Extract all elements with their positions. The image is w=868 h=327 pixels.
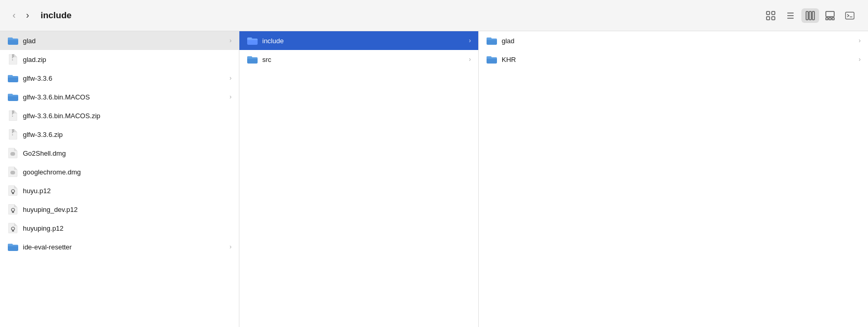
svg-rect-32 xyxy=(12,212,14,213)
svg-rect-29 xyxy=(12,193,14,194)
file-row-glfw-336-bin-macos[interactable]: glfw-3.3.6.bin.MACOS› xyxy=(0,87,239,106)
column-2: include› src› xyxy=(239,31,479,327)
file-row-glad-zip[interactable]: glad.zip xyxy=(0,50,239,69)
file-name-glad: glad xyxy=(23,37,229,45)
chevron-icon: › xyxy=(229,93,232,100)
zip-icon xyxy=(7,130,19,139)
file-row-huyuping-dev-p12[interactable]: huyuping_dev.p12 xyxy=(0,200,239,219)
folder-icon xyxy=(247,55,258,64)
folder-icon xyxy=(247,36,258,45)
content-area: glad› glad.zip glfw-3.3.6› glfw-3.3.6.bi… xyxy=(0,31,868,327)
zip-icon xyxy=(7,55,19,64)
file-name-include: include xyxy=(262,37,469,45)
file-name-huyu-p12: huyu.p12 xyxy=(23,187,232,195)
chevron-icon: › xyxy=(469,56,471,63)
svg-rect-0 xyxy=(767,11,770,15)
file-row-huyuping-p12[interactable]: huyuping.p12 xyxy=(0,219,239,237)
back-button[interactable]: ‹ xyxy=(9,9,19,22)
chevron-icon: › xyxy=(859,56,861,63)
folder-icon xyxy=(486,55,497,64)
file-name-glad2: glad xyxy=(502,37,859,45)
file-row-huyu-p12[interactable]: huyu.p12 xyxy=(0,181,239,200)
chevron-icon: › xyxy=(859,37,861,44)
svg-rect-35 xyxy=(12,231,14,232)
file-row-glfw-336[interactable]: glfw-3.3.6› xyxy=(0,69,239,87)
p12-icon xyxy=(7,223,19,233)
column-3: glad› KHR› xyxy=(479,31,868,327)
file-name-khr: KHR xyxy=(502,56,859,64)
window-title: include xyxy=(41,10,762,21)
gallery-view-button[interactable] xyxy=(821,8,839,23)
file-row-ide-eval-resetter[interactable]: ide-eval-resetter› xyxy=(0,237,239,256)
chevron-icon: › xyxy=(229,243,232,250)
column-view-button[interactable] xyxy=(801,8,819,23)
file-name-googlechrome-dmg: googlechrome.dmg xyxy=(23,168,232,176)
dmg-icon xyxy=(7,167,19,177)
file-row-googlechrome-dmg[interactable]: googlechrome.dmg xyxy=(0,162,239,181)
folder-icon xyxy=(7,73,19,83)
chevron-icon: › xyxy=(229,37,232,44)
svg-rect-14 xyxy=(846,12,854,19)
svg-rect-10 xyxy=(826,11,834,17)
file-row-src[interactable]: src› xyxy=(239,50,478,69)
file-name-huyuping-p12: huyuping.p12 xyxy=(23,224,232,232)
file-row-include[interactable]: include› xyxy=(239,31,478,50)
p12-icon xyxy=(7,186,19,195)
svg-rect-1 xyxy=(772,11,775,15)
zip-icon xyxy=(7,111,19,120)
file-name-glad-zip: glad.zip xyxy=(23,56,232,64)
svg-rect-11 xyxy=(826,18,828,20)
file-name-glfw-336-bin-macos: glfw-3.3.6.bin.MACOS xyxy=(23,93,229,101)
toolbar-right xyxy=(762,8,859,23)
folder-icon xyxy=(7,36,19,45)
svg-rect-26 xyxy=(10,171,15,174)
file-row-khr[interactable]: KHR› xyxy=(479,50,868,69)
nav-buttons: ‹ › xyxy=(9,9,32,22)
file-row-glad2[interactable]: glad› xyxy=(479,31,868,50)
forward-button[interactable]: › xyxy=(23,9,32,22)
chevron-icon: › xyxy=(229,74,232,82)
file-row-glfw-336-bin-macos-zip[interactable]: glfw-3.3.6.bin.MACOS.zip xyxy=(0,106,239,125)
column-1: glad› glad.zip glfw-3.3.6› glfw-3.3.6.bi… xyxy=(0,31,239,327)
file-name-src: src xyxy=(262,56,469,64)
svg-rect-12 xyxy=(829,18,831,20)
file-row-go2shell-dmg[interactable]: Go2Shell.dmg xyxy=(0,144,239,162)
dmg-icon xyxy=(7,148,19,158)
folder-icon xyxy=(7,242,19,251)
file-row-glfw-336-zip[interactable]: glfw-3.3.6.zip xyxy=(0,125,239,144)
folder-icon xyxy=(486,36,497,45)
file-name-huyuping-dev-p12: huyuping_dev.p12 xyxy=(23,206,232,213)
title-bar: ‹ › include xyxy=(0,0,868,31)
p12-icon xyxy=(7,205,19,214)
list-view-button[interactable] xyxy=(782,8,799,23)
terminal-button[interactable] xyxy=(841,8,859,23)
file-name-ide-eval-resetter: ide-eval-resetter xyxy=(23,243,229,251)
svg-rect-8 xyxy=(809,11,811,20)
folder-icon xyxy=(7,92,19,102)
file-name-glfw-336-bin-macos-zip: glfw-3.3.6.bin.MACOS.zip xyxy=(23,112,232,120)
file-name-go2shell-dmg: Go2Shell.dmg xyxy=(23,149,232,157)
file-row-glad[interactable]: glad› xyxy=(0,31,239,50)
chevron-icon: › xyxy=(469,37,471,44)
svg-rect-7 xyxy=(806,11,808,20)
file-name-glfw-336-zip: glfw-3.3.6.zip xyxy=(23,131,232,139)
svg-rect-2 xyxy=(767,17,770,20)
svg-rect-9 xyxy=(812,11,814,20)
file-name-glfw-336: glfw-3.3.6 xyxy=(23,74,229,82)
grid-view-button[interactable] xyxy=(762,8,780,23)
svg-rect-25 xyxy=(10,152,15,156)
svg-rect-13 xyxy=(832,18,834,20)
svg-rect-3 xyxy=(772,17,775,20)
